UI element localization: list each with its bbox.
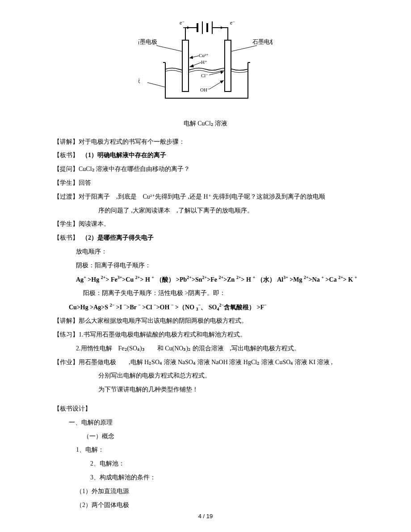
svg-text:e⁻: e⁻ (230, 20, 235, 26)
svg-line-22 (156, 46, 182, 51)
text-line: 为下节课讲电解的几种类型作铺垫！ (54, 383, 357, 397)
text-line: 3、构成电解池的条件： (54, 471, 357, 485)
text-line: 阴极：阳离子得电子顺序： (54, 259, 357, 273)
cation-order: Ag+ >Hg 2+> Fe3+>Cu 2+> H + （酸） >Pb2+>Sn… (54, 273, 357, 287)
text-line: 【过渡】对于阳离子 ,到底是 Cu²⁺先得到电子 ,还是 H⁺ 先得到电子呢？这… (54, 190, 357, 204)
text-line: 【练习】1.书写用石墨做电极电解硫酸的电极方程式和电解池方程式。 (54, 328, 357, 342)
text-line: 【板书】 （1）明确电解液中存在的离子 (54, 149, 357, 162)
svg-marker-15 (189, 56, 193, 59)
svg-marker-17 (189, 64, 194, 67)
svg-rect-0 (197, 23, 198, 32)
text-line: 一、电解的原理 (54, 416, 357, 430)
svg-marker-19 (220, 71, 224, 74)
left-electrode-label: 石墨电极 (138, 38, 157, 45)
text-line: 【讲解】对于电极方程式的书写有个一般步骤： (54, 135, 357, 149)
svg-marker-5 (187, 26, 190, 29)
text-line: 【作业】用石墨做电极 ,电解 H₂SO₄ 溶液 NaSO₄ 溶液 NaOH 溶液… (54, 356, 357, 370)
text-line: 【讲解】那么大家根据放电顺序写出该电解的阴阳两极的电极方程式。 (54, 314, 357, 328)
svg-line-23 (231, 46, 257, 51)
text-line: 阳极：阴离子失电子顺序：活性电极 >阴离子。即： (54, 287, 357, 300)
text-line: 1、电解： (54, 443, 357, 457)
text-line: 分别写出电解的电极方程式和总方程式。 (54, 369, 357, 383)
svg-rect-8 (182, 40, 189, 91)
text-line: 序的问题了 ,大家阅读课本 ,了解以下离子的放电顺序。 (54, 204, 357, 218)
svg-rect-3 (212, 21, 213, 34)
text-line: 放电顺序： (54, 245, 357, 259)
text-line: 【板书】 （2）是哪些离子得失电子 (54, 231, 357, 245)
svg-text:e⁻: e⁻ (180, 20, 185, 26)
svg-rect-1 (202, 21, 203, 34)
svg-text:Cl⁻: Cl⁻ (201, 73, 208, 78)
text-line: （1）外加直流电源 (54, 485, 357, 499)
right-electrode-label: 石墨电极 (252, 38, 273, 45)
diagram-caption: 电解 CuCl₂ 溶液 (134, 117, 277, 131)
svg-marker-21 (220, 80, 224, 83)
svg-text:溶液: 溶液 (138, 77, 140, 84)
svg-text:OH⁻: OH⁻ (200, 87, 210, 92)
text-line: 2.用惰性电解 Fe₂(SO₄)₃ 和 Cu(NO₃)₂ 的混合溶液 ,写出电解… (54, 342, 357, 356)
svg-marker-7 (221, 26, 223, 29)
svg-rect-2 (206, 23, 208, 32)
svg-text:Cu²⁺: Cu²⁺ (199, 53, 209, 58)
svg-line-24 (147, 83, 165, 87)
svg-rect-9 (225, 40, 231, 91)
text-line: （一）概念 (54, 430, 357, 444)
text-line: 【提问】CuCl₂ 溶液中存在哪些自由移动的离子？ (54, 162, 357, 176)
page-number: 4 / 19 (0, 510, 411, 523)
text-line: 【板书设计】 (54, 402, 357, 416)
text-line: 【学生】阅读课本。 (54, 217, 357, 231)
anion-order: Cu>Hg >Ag>S 2− >I −>Br − >Cl −>OH − >（NO… (54, 300, 357, 314)
svg-text:H⁺: H⁺ (201, 59, 207, 65)
text-line: 2、电解池： (54, 457, 357, 471)
text-line: 【学生】回答 (54, 176, 357, 190)
diagram: e⁻ e⁻ Cu²⁺ H⁺ Cl⁻ OH⁻ 石墨电极 石墨电极 (54, 18, 357, 112)
